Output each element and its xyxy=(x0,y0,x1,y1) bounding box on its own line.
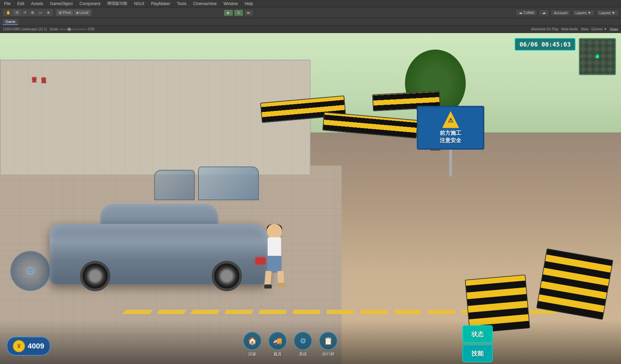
home-label: 回家 xyxy=(248,352,256,357)
rotate-tool-btn[interactable]: ↺ xyxy=(21,10,28,16)
unity-editor: File Edit Assets GameObject Component 增强… xyxy=(0,0,621,364)
sign-board: ⚠ 前方施工 注意安全 xyxy=(417,106,484,150)
money-display: ¥ 4009 xyxy=(7,337,50,356)
nav-icons: 🏠 回家 🚚 载具 ⚙ 系统 📋 排行榜 xyxy=(243,332,338,357)
collab-icon: ☁ xyxy=(519,10,522,14)
pivot-btn[interactable]: ⊞ Pivot xyxy=(57,10,73,16)
stats-btn[interactable]: Stats xyxy=(581,27,589,31)
scale-thumb[interactable] xyxy=(68,28,71,31)
menu-item-enhanced[interactable]: 增强版功能 xyxy=(106,0,129,7)
rect-tool-btn[interactable]: ▭ xyxy=(37,10,44,16)
collab-label: Collab xyxy=(523,10,534,14)
char-shoe-right xyxy=(278,283,285,287)
scale-slider[interactable] xyxy=(59,29,86,30)
sign-text: 前方施工 注意安全 xyxy=(440,129,461,145)
layout-btn[interactable]: Layout ▼ xyxy=(596,10,618,16)
scale-value: 0.89 xyxy=(88,27,94,31)
nav-home[interactable]: 🏠 回家 xyxy=(243,332,262,357)
char-body xyxy=(268,237,281,257)
menu-item-help[interactable]: Help xyxy=(243,1,254,7)
layout-dropdown-icon: ▼ xyxy=(612,11,615,15)
money-amount: 4009 xyxy=(28,342,44,351)
menu-item-edit[interactable]: Edit xyxy=(16,1,26,7)
datetime-display: 06/06 00:45:03 xyxy=(515,38,575,51)
sign-pole xyxy=(449,150,452,177)
resolution-label: 2160×1080 Landscape (21:1) xyxy=(3,27,47,31)
nav-vehicle[interactable]: 🚚 载具 xyxy=(268,332,287,357)
minimap-display xyxy=(580,39,615,74)
car-wheel-rear xyxy=(80,261,110,291)
menu-item-component[interactable]: Component xyxy=(78,1,102,7)
collab-btn[interactable]: ☁ Collab xyxy=(516,9,537,16)
car-window-rear xyxy=(154,170,195,200)
nav-system[interactable]: ⚙ 系统 xyxy=(294,332,312,357)
minimap-player-dot xyxy=(596,55,599,58)
char-shoe-left xyxy=(264,284,272,289)
ranking-label: 排行榜 xyxy=(322,352,334,357)
game-view-header: Game xyxy=(0,18,621,26)
pivot-label: Pivot xyxy=(63,10,71,14)
local-btn[interactable]: ◈ Local xyxy=(74,10,90,16)
nav-ranking[interactable]: 📋 排行榜 xyxy=(319,332,338,357)
car-wheel-front xyxy=(212,261,242,291)
play-controls: ▶ ⏸ ⏭ xyxy=(224,9,253,16)
scale-label: Scale xyxy=(50,27,58,31)
menu-item-cinemachine[interactable]: Cinemachine xyxy=(192,1,218,7)
play-btn[interactable]: ▶ xyxy=(224,9,233,16)
building-banners: 安全第一 文明施工 xyxy=(31,73,47,75)
move-tool-btn[interactable]: ✛ xyxy=(14,10,21,16)
layout-label: Layout xyxy=(599,11,611,15)
barrier-4-large xyxy=(536,248,613,320)
char-leg-left xyxy=(264,271,272,286)
car-window-front xyxy=(198,166,259,200)
menu-item-assets[interactable]: Assets xyxy=(30,1,45,7)
char-head xyxy=(267,224,282,239)
construction-sign: ⚠ 前方施工 注意安全 xyxy=(417,106,484,177)
yen-icon: ¥ xyxy=(13,340,25,352)
right-controls: ☁ Collab ☁ Account Layers ▼ Layout ▼ xyxy=(516,9,618,16)
layers-btn[interactable]: Layers ▼ xyxy=(572,10,594,16)
banner-1: 安全第一 xyxy=(31,73,37,75)
scale-tool-btn[interactable]: ⊞ xyxy=(29,10,36,16)
menu-item-file[interactable]: File xyxy=(3,1,12,7)
account-btn[interactable]: Account xyxy=(551,10,570,16)
mute-audio-btn[interactable]: Mute Audio xyxy=(561,27,578,31)
right-game-controls: Maximize On Play Mute Audio Stats Gizmos… xyxy=(531,27,618,31)
pivot-icon: ⊞ xyxy=(59,10,62,14)
menu-item-gameobject[interactable]: GameObject xyxy=(49,1,74,7)
local-icon: ◈ xyxy=(76,10,79,14)
system-icon: ⚙ xyxy=(294,332,312,350)
gizmos-btn[interactable]: Gizmos ▼ xyxy=(591,27,607,31)
skill-btn[interactable]: 技能 xyxy=(462,344,493,362)
yen-symbol: ¥ xyxy=(17,343,21,350)
layers-dropdown-icon: ▼ xyxy=(588,11,591,15)
banner-2: 文明施工 xyxy=(40,73,47,75)
car xyxy=(50,197,269,291)
minimap xyxy=(579,38,616,75)
menu-item-ngui[interactable]: NGUI xyxy=(133,1,145,7)
hand-tool-btn[interactable]: ✋ xyxy=(4,10,13,16)
player-character xyxy=(261,224,288,291)
status-btn[interactable]: 状态 xyxy=(462,325,493,343)
toolbar: ✋ ✛ ↺ ⊞ ▭ ⊕ ⊞ Pivot ◈ Local ▶ ⏸ ⏭ ☁ xyxy=(0,7,621,18)
pause-btn[interactable]: ⏸ xyxy=(234,9,243,16)
cloud-btn[interactable]: ☁ xyxy=(539,9,549,16)
compass-center xyxy=(27,268,34,274)
pivot-group: ⊞ Pivot ◈ Local xyxy=(55,9,92,16)
menu-item-playmaker[interactable]: PlayMaker xyxy=(150,1,171,7)
compass xyxy=(10,251,51,291)
state-label-top: State xyxy=(610,27,618,31)
sign-line2: 注意安全 xyxy=(440,137,461,144)
maximize-play-btn[interactable]: Maximize On Play xyxy=(531,27,559,31)
game-scene: 安全第一 文明施工 ⚠ 前方施工 xyxy=(0,33,621,364)
combined-tool-btn[interactable]: ⊕ xyxy=(45,10,52,16)
step-btn[interactable]: ⏭ xyxy=(244,9,253,16)
game-viewport: 安全第一 文明施工 ⚠ 前方施工 xyxy=(0,33,621,364)
menu-item-tools[interactable]: Tools xyxy=(176,1,188,7)
warning-triangle: ⚠ xyxy=(442,111,459,128)
vehicle-icon: 🚚 xyxy=(268,332,287,350)
game-tab[interactable]: Game xyxy=(3,19,18,25)
menu-item-window[interactable]: Window xyxy=(222,1,239,7)
local-label: Local xyxy=(80,10,88,14)
char-shorts xyxy=(267,256,281,273)
